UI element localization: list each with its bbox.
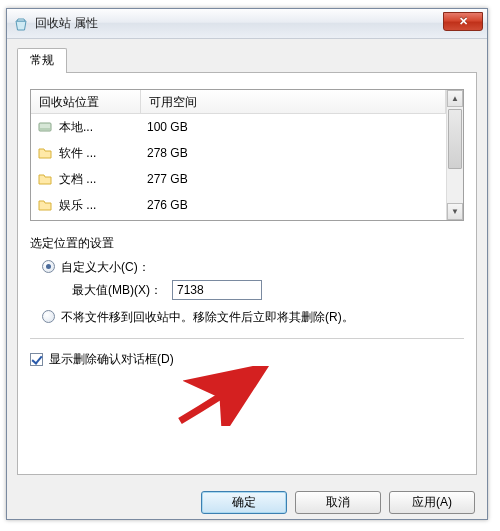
radio-custom-size-label: 自定义大小(C)： <box>61 258 150 276</box>
scroll-track[interactable] <box>447 107 463 203</box>
disk-icon <box>35 117 55 137</box>
tab-label: 常规 <box>30 53 54 67</box>
scroll-up-icon[interactable]: ▲ <box>447 90 463 107</box>
recycle-bin-icon <box>13 16 29 32</box>
max-size-label: 最大值(MB)(X)： <box>72 282 162 299</box>
max-size-input[interactable] <box>172 280 262 300</box>
dialog-buttons: 确定 取消 应用(A) <box>7 483 487 514</box>
close-button[interactable]: ✕ <box>443 12 483 31</box>
svg-rect-1 <box>40 128 50 130</box>
scrollbar[interactable]: ▲ ▼ <box>446 90 463 220</box>
divider <box>30 338 464 339</box>
ok-button[interactable]: 确定 <box>201 491 287 514</box>
annotation-arrow-icon <box>172 366 272 426</box>
window-title: 回收站 属性 <box>35 15 98 32</box>
list-item[interactable]: 娱乐 ... 276 GB <box>31 192 446 218</box>
tab-strip: 常规 <box>17 47 477 73</box>
cancel-button[interactable]: 取消 <box>295 491 381 514</box>
list-item[interactable]: 本地... 100 GB <box>31 114 446 140</box>
section-label: 选定位置的设置 <box>30 235 464 252</box>
checkbox-confirm-delete[interactable] <box>30 353 43 366</box>
radio-custom-size[interactable] <box>42 260 55 273</box>
scroll-down-icon[interactable]: ▼ <box>447 203 463 220</box>
properties-window: 回收站 属性 ✕ 常规 回收站位置 可用空间 本地... <box>6 8 488 520</box>
radio-dont-move-label: 不将文件移到回收站中。移除文件后立即将其删除(R)。 <box>61 308 354 326</box>
col-location[interactable]: 回收站位置 <box>31 90 141 113</box>
list-header: 回收站位置 可用空间 <box>31 90 446 114</box>
folder-icon <box>35 195 55 215</box>
apply-button[interactable]: 应用(A) <box>389 491 475 514</box>
scroll-thumb[interactable] <box>448 109 462 169</box>
list-item[interactable]: 文档 ... 277 GB <box>31 166 446 192</box>
checkbox-confirm-delete-label: 显示删除确认对话框(D) <box>49 351 174 368</box>
radio-dont-move[interactable] <box>42 310 55 323</box>
titlebar[interactable]: 回收站 属性 ✕ <box>7 9 487 39</box>
tab-content: 回收站位置 可用空间 本地... 100 GB <box>17 73 477 475</box>
drive-list[interactable]: 回收站位置 可用空间 本地... 100 GB <box>30 89 464 221</box>
folder-icon <box>35 143 55 163</box>
folder-icon <box>35 169 55 189</box>
tab-general[interactable]: 常规 <box>17 48 67 73</box>
list-item[interactable]: 软件 ... 278 GB <box>31 140 446 166</box>
close-icon: ✕ <box>459 15 468 28</box>
col-space[interactable]: 可用空间 <box>141 90 446 113</box>
